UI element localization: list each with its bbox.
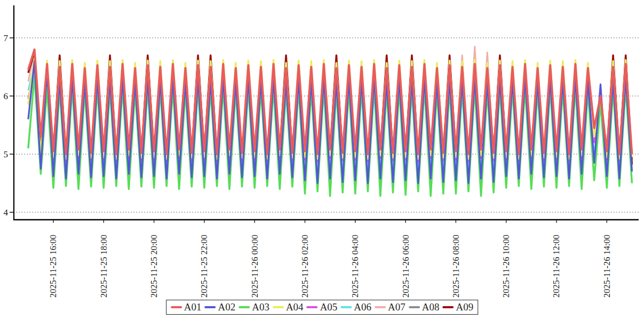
legend: A01A02A03A04A05A06A07A08A09 [166,300,479,315]
x-axis-label-3: 2025-11-25 22:00 [199,235,209,298]
x-axis-label-8: 2025-11-26 08:00 [451,235,461,298]
legend-item-a03: A03 [238,301,269,313]
x-axis-label-5: 2025-11-26 02:00 [300,235,310,298]
chart-svg: 76542025-11-25 16:002025-11-25 18:002025… [0,0,644,320]
legend-swatch-a08 [409,306,420,308]
legend-swatch-a01 [171,306,182,308]
y-axis-label-7: 7 [4,33,9,43]
legend-swatch-a04 [273,306,284,308]
x-axis-label-6: 2025-11-26 04:00 [350,235,360,298]
legend-label-a01: A01 [184,301,202,313]
legend-item-a05: A05 [307,301,338,313]
x-axis-label-9: 2025-11-26 10:00 [501,235,511,298]
legend-label-a06: A06 [354,301,371,313]
legend-item-a06: A06 [340,301,371,313]
legend-swatch-a05 [307,306,318,308]
legend-item-a07: A07 [375,301,406,313]
legend-label-a09: A09 [456,301,474,313]
x-axis-label-4: 2025-11-26 00:00 [250,235,260,298]
x-axis-label-11: 2025-11-26 14:00 [602,235,612,298]
legend-label-a07: A07 [388,301,406,313]
legend-label-a08: A08 [422,301,440,313]
legend-item-a09: A09 [443,301,474,313]
legend-item-a04: A04 [273,301,304,313]
y-axis-label-5: 5 [4,149,9,159]
legend-item-a08: A08 [409,301,440,313]
legend-label-a05: A05 [320,301,338,313]
y-axis-label-6: 6 [4,91,9,101]
legend-swatch-a02 [204,306,216,308]
legend-swatch-a07 [375,306,386,308]
legend-label-a04: A04 [286,301,304,313]
legend-label-a02: A02 [218,301,235,313]
x-axis-label-0: 2025-11-25 16:00 [48,235,58,298]
x-axis-label-1: 2025-11-25 18:00 [99,235,109,298]
x-axis-label-10: 2025-11-26 12:00 [551,235,561,298]
legend-label-a03: A03 [252,301,269,313]
legend-item-a01: A01 [171,301,202,313]
x-axis-label-2: 2025-11-25 20:00 [149,235,159,298]
chart-canvas: 76542025-11-25 16:002025-11-25 18:002025… [0,0,644,320]
y-axis-label-4: 4 [4,207,9,218]
legend-swatch-a06 [340,306,352,308]
x-axis-label-7: 2025-11-26 06:00 [401,235,411,298]
legend-swatch-a09 [443,306,454,308]
legend-swatch-a03 [238,306,250,308]
legend-item-a02: A02 [204,301,235,313]
